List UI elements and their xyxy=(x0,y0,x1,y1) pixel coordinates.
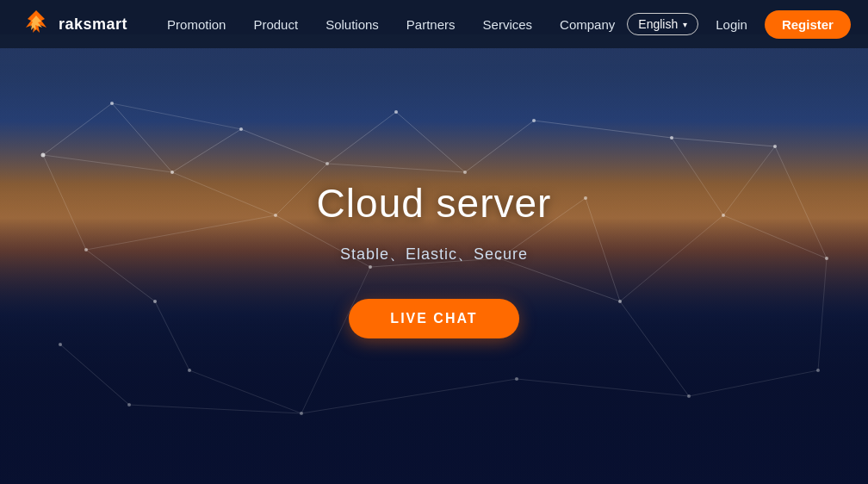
nav-link-services[interactable]: Services xyxy=(471,12,545,37)
login-button[interactable]: Login xyxy=(707,12,756,37)
nav-link-company[interactable]: Company xyxy=(548,12,627,37)
nav-right: English ▾ Login Register xyxy=(627,10,851,39)
nav-link-product[interactable]: Product xyxy=(241,12,310,37)
live-chat-button[interactable]: LIVE CHAT xyxy=(349,299,518,338)
hero-subtitle: Stable、Elastic、Secure xyxy=(340,244,528,264)
logo-text: raksmart xyxy=(59,16,127,34)
nav-link-solutions[interactable]: Solutions xyxy=(313,12,391,37)
nav-links: Promotion Product Solutions Partners Ser… xyxy=(155,12,627,37)
chevron-down-icon: ▾ xyxy=(683,20,687,29)
language-label: English xyxy=(638,17,678,31)
nav-link-partners[interactable]: Partners xyxy=(394,12,468,37)
nav-link-promotion[interactable]: Promotion xyxy=(155,12,238,37)
register-button[interactable]: Register xyxy=(765,10,851,39)
hero-section: raksmart Promotion Product Solutions Par… xyxy=(0,0,868,484)
hero-title: Cloud server xyxy=(317,180,552,226)
logo-link[interactable]: raksmart xyxy=(21,9,127,40)
language-selector[interactable]: English ▾ xyxy=(627,13,698,35)
logo-icon xyxy=(21,9,52,40)
hero-content: Cloud server Stable、Elastic、Secure LIVE … xyxy=(0,0,868,484)
navbar: raksmart Promotion Product Solutions Par… xyxy=(0,0,868,48)
